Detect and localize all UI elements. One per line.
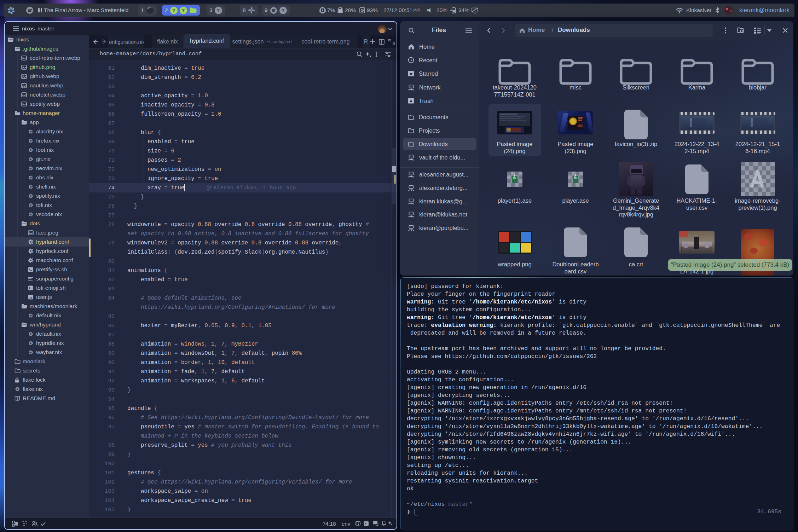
svg-text:JS: JS bbox=[29, 296, 33, 299]
